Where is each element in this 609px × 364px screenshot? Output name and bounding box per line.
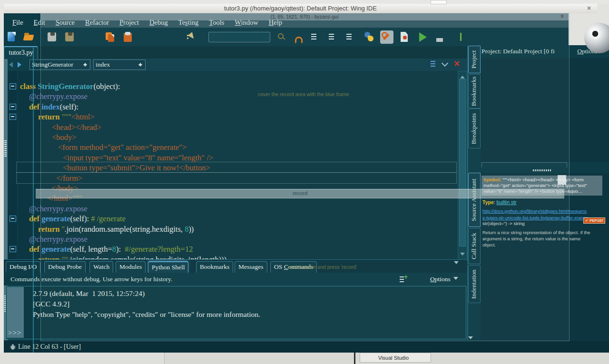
window-titlebar[interactable]: tutor3.py (/home/gaoy/qttest): Default P… (4, 4, 597, 13)
toolbar-open-folder-button[interactable] (22, 30, 36, 44)
cursor-position: Line 12 Col 63 - [User] (18, 341, 81, 353)
pep287-badge: ✓ PEP287 (583, 217, 605, 224)
recorder-hint-frame: cover the record area with the blue fram… (258, 91, 349, 97)
recorder-frame-line[interactable] (33, 48, 34, 353)
tab-debug-i-o[interactable]: Debug I/O (6, 261, 40, 273)
desktop-taskbar: Visual Studio (0, 353, 609, 364)
open-folder-icon (22, 30, 36, 44)
desktop-orb-pupil (591, 30, 600, 39)
recorder-close-icon[interactable]: x (561, 13, 564, 19)
recorder-title: (1, 65, 1621, 970) - byzanz-gui (270, 14, 338, 20)
recorder-overlay-window (40, 13, 570, 341)
record-button[interactable]: record (36, 189, 564, 198)
toolbar-new-file-button[interactable] (5, 30, 18, 44)
window-title: tutor3.py (/home/gaoy/qttest): Default P… (224, 5, 377, 12)
fold-marker-icon[interactable] (10, 246, 16, 252)
drag-grip[interactable] (4, 140, 7, 157)
new-file-icon (5, 30, 18, 44)
taskbar-divider (354, 353, 355, 364)
recorder-titlebar[interactable]: (1, 65, 1621, 970) - byzanz-gui x (40, 13, 569, 20)
recorder-haze (40, 20, 569, 28)
fold-marker-icon[interactable] (10, 216, 16, 222)
screen: tutor3.py (/home/gaoy/qttest): Default P… (0, 0, 609, 364)
recorder-hint-duration: and duration and press 'record' (288, 264, 357, 270)
recorder-grip-icon[interactable] (468, 336, 473, 342)
nav-forward-icon[interactable] (18, 62, 24, 68)
window-close-icon[interactable]: × (587, 5, 591, 11)
status-bar: Line 12 Col 63 - [User] (4, 341, 609, 353)
fold-marker-icon[interactable] (10, 104, 16, 110)
taskbar-segment (0, 353, 165, 364)
desktop-left-strip (0, 4, 4, 353)
desktop-top-notch (431, 0, 447, 4)
fold-marker-icon[interactable] (10, 114, 16, 120)
shell-gutter: >>> (7, 287, 24, 338)
menu-item-file[interactable]: File (8, 18, 28, 29)
fold-marker-icon[interactable] (10, 83, 16, 89)
taskbar-item-visual-studio[interactable]: Visual Studio (360, 353, 431, 363)
bug-icon[interactable] (10, 344, 16, 350)
shell-prompt: >>> (8, 329, 21, 337)
desktop-top-strip (0, 0, 609, 4)
